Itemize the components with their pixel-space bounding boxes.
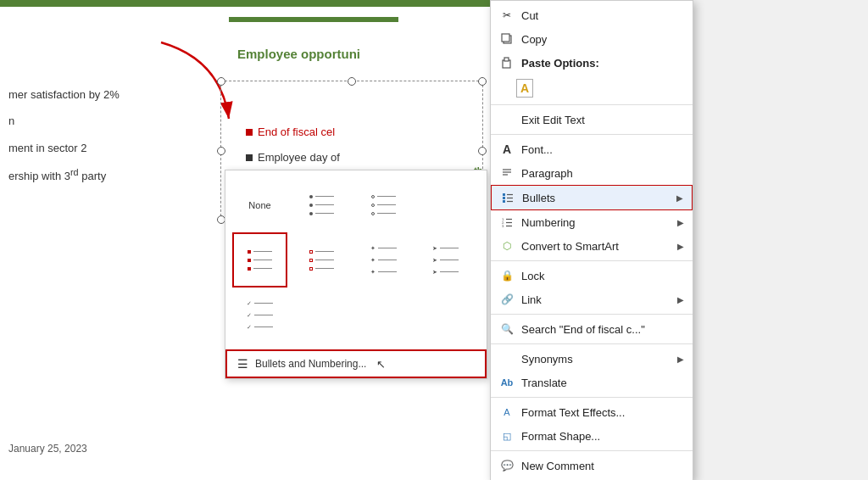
menu-item-new-comment[interactable]: 💬 New Comment [491,454,693,477]
bullet-picker-popup: None ✦ ✦ [225,170,487,379]
translate-icon: Ab [499,375,515,390]
slide-text-line-3: ment in sector 2 [8,138,120,158]
numbering-arrow: ▶ [677,218,684,227]
cut-label: Cut [521,9,684,22]
bullet-option-filled-circle[interactable] [294,177,349,232]
bullet-dark-sq-1 [246,154,253,161]
bullet-option-cross[interactable]: ✦ ✦ ✦ [356,232,411,287]
slide-text-block: mer satisfaction by 2% n ment in sector … [8,85,120,193]
menu-item-format-text[interactable]: A Format Text Effects... [491,400,693,424]
handle-ml[interactable] [217,147,225,155]
bullet-option-outline-circle[interactable] [356,177,411,232]
menu-item-synonyms[interactable]: Synonyms ▶ [491,347,693,371]
paste-icon [499,55,515,70]
bullet-option-extra[interactable] [418,287,473,343]
bullets-numbering-icon: ☰ [237,357,248,371]
synonyms-arrow: ▶ [677,354,684,364]
smartart-label: Convert to SmartArt [521,240,670,253]
slide-text-line-2: n [8,111,120,131]
numbering-label: Numbering [521,216,670,229]
none-label: None [248,200,270,210]
slide-green-bar [0,0,492,7]
search-icon: 🔍 [499,321,515,337]
menu-separator-5 [491,343,693,344]
menu-item-paragraph[interactable]: Paragraph [491,161,693,185]
slide-date: January 25, 2023 [8,443,87,455]
format-text-icon: A [499,405,515,420]
menu-item-lock[interactable]: 🔒 Lock [491,264,693,287]
fiscal-row: End of fiscal cel [246,126,335,138]
handle-tr[interactable] [478,77,487,86]
bullet-option-red-square[interactable] [232,232,287,287]
font-label: Font... [521,143,684,156]
menu-separator-4 [491,314,693,315]
bullet-option-empty[interactable] [418,177,473,232]
handle-tm[interactable] [348,77,356,86]
emp-day-row: Employee day of [246,151,340,164]
bullets-numbering-button[interactable]: ☰ Bullets and Numbering... ↖ [225,349,487,378]
menu-item-font[interactable]: A Font... [491,137,693,161]
bullet-option-check2[interactable] [356,287,411,343]
fiscal-text: End of fiscal cel [258,126,335,138]
menu-separator-2 [491,134,693,135]
bullets-icon [500,190,515,205]
menu-item-translate[interactable]: Ab Translate [491,371,693,394]
exit-edit-label: Exit Edit Text [521,114,684,126]
scissors-icon: ✂ [499,8,515,23]
menu-separator-6 [491,397,693,398]
format-text-label: Format Text Effects... [521,406,684,419]
exit-edit-icon [499,112,515,127]
menu-item-paste-options: Paste Options: [491,51,693,75]
menu-separator-1 [491,104,693,105]
paragraph-icon [499,165,515,181]
lock-icon: 🔒 [499,268,515,283]
bullet-option-check[interactable]: ✓ ✓ ✓ [232,287,287,343]
menu-item-search[interactable]: 🔍 Search "End of fiscal c..." [491,317,693,341]
numbering-icon: 1. 2. 3. [499,215,515,230]
font-icon: A [499,142,515,157]
menu-item-smartart[interactable]: ⬡ Convert to SmartArt ▶ [491,234,693,258]
comment-icon: 💬 [499,458,515,473]
slide-title: Employee opportuni [237,47,360,61]
menu-item-copy[interactable]: Copy [491,27,693,51]
lock-label: Lock [521,270,684,282]
copy-icon [499,31,515,47]
bullets-numbering-label: Bullets and Numbering... [255,358,366,370]
bullet-option-mixed[interactable] [294,232,349,287]
paste-a-icon: A [516,79,533,98]
format-shape-label: Format Shape... [521,430,684,443]
handle-mr[interactable] [478,147,487,155]
menu-item-paste-icon-row[interactable]: A [491,75,693,102]
smartart-arrow: ▶ [677,242,684,251]
copy-label: Copy [521,33,684,46]
context-menu: ✂ Cut Copy Paste Options: A Exit Edit Te… [490,0,693,480]
bullet-option-arrow2[interactable] [294,287,349,343]
search-label: Search "End of fiscal c..." [521,323,684,336]
link-icon: 🔗 [499,292,515,307]
handle-tl[interactable] [217,77,225,86]
emp-day-text: Employee day of [258,151,340,164]
svg-rect-4 [504,58,509,61]
menu-item-format-shape[interactable]: ◱ Format Shape... [491,424,693,448]
menu-item-cut[interactable]: ✂ Cut [491,3,693,27]
paragraph-label: Paragraph [521,167,684,180]
new-comment-label: New Comment [521,460,684,472]
slide-text-line-4: ership with 3rd party [8,165,120,187]
svg-rect-2 [502,34,509,42]
svg-rect-10 [503,197,505,199]
translate-label: Translate [521,377,684,389]
paste-options-label: Paste Options: [521,57,684,70]
menu-item-bullets[interactable]: Bullets ▶ [491,185,693,210]
bullet-option-arrow[interactable]: ➤ ➤ ➤ [418,232,473,287]
synonyms-label: Synonyms [521,353,670,366]
synonyms-icon [499,351,515,366]
bullet-red-sq-1 [246,129,253,136]
menu-separator-3 [491,260,693,261]
menu-item-exit-edit[interactable]: Exit Edit Text [491,108,693,131]
link-arrow: ▶ [677,295,684,304]
svg-rect-8 [503,193,505,196]
svg-rect-12 [503,200,505,203]
menu-item-link[interactable]: 🔗 Link ▶ [491,287,693,311]
bullet-option-none[interactable]: None [232,177,287,232]
menu-item-numbering[interactable]: 1. 2. 3. Numbering ▶ [491,210,693,234]
